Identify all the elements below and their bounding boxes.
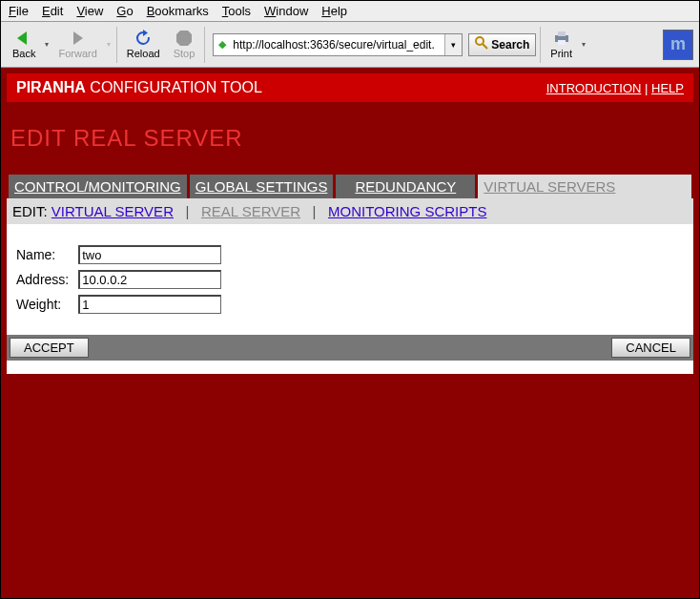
print-dropdown-icon[interactable]: ▾	[580, 40, 587, 49]
toolbar-separator-3	[540, 27, 541, 63]
print-button[interactable]: Print	[545, 26, 578, 64]
banner-links: INTRODUCTION | HELP	[546, 81, 684, 95]
reload-label: Reload	[127, 48, 160, 59]
name-label: Name:	[12, 243, 72, 266]
svg-line-4	[483, 44, 487, 49]
menu-go[interactable]: Go	[116, 4, 133, 18]
svg-marker-2	[176, 31, 192, 46]
weight-field[interactable]	[78, 295, 221, 314]
stop-icon	[175, 30, 193, 47]
svg-point-3	[476, 37, 484, 45]
toolbar: Back ▾ Forward ▾ Reload Stop ◆ ▾ Search …	[1, 22, 699, 68]
search-button[interactable]: Search	[468, 33, 536, 56]
accept-button[interactable]: ACCEPT	[10, 338, 89, 358]
tab-bar: CONTROL/MONITORING GLOBAL SETTINGS REDUN…	[7, 175, 693, 198]
address-field[interactable]	[78, 270, 221, 289]
url-bar: ◆ ▾	[213, 33, 463, 56]
menu-file[interactable]: File	[9, 4, 29, 18]
weight-label: Weight:	[12, 293, 72, 316]
reload-button[interactable]: Reload	[121, 26, 166, 64]
svg-rect-6	[558, 31, 566, 36]
app-title: PIRANHA CONFIGURATION TOOL	[16, 79, 262, 96]
print-label: Print	[550, 48, 572, 59]
svg-rect-7	[558, 40, 566, 45]
print-icon	[553, 30, 570, 47]
tab-virtual-servers[interactable]: VIRTUAL SERVERS	[478, 175, 691, 198]
address-label: Address:	[12, 268, 72, 291]
menu-bar: File Edit View Go Bookmarks Tools Window…	[1, 1, 699, 22]
menu-view[interactable]: View	[76, 4, 103, 18]
help-link[interactable]: HELP	[651, 81, 684, 95]
subtab-bar: EDIT: VIRTUAL SERVER | REAL SERVER | MON…	[7, 198, 693, 224]
footer-bar	[7, 361, 693, 374]
forward-label: Forward	[58, 48, 96, 59]
back-label: Back	[12, 48, 35, 59]
url-input[interactable]	[231, 36, 444, 53]
menu-tools[interactable]: Tools	[222, 4, 251, 18]
cancel-button[interactable]: CANCEL	[611, 338, 690, 358]
form-table: Name: Address: Weight:	[10, 241, 227, 318]
page-body: PIRANHA CONFIGURATION TOOL INTRODUCTION …	[1, 68, 699, 599]
back-button[interactable]: Back	[7, 26, 41, 64]
forward-button: Forward	[52, 26, 102, 64]
throbber-icon: m	[663, 30, 693, 60]
stop-label: Stop	[174, 48, 196, 59]
page-icon: ◆	[214, 38, 231, 51]
banner: PIRANHA CONFIGURATION TOOL INTRODUCTION …	[7, 73, 693, 102]
menu-edit[interactable]: Edit	[42, 4, 63, 18]
svg-marker-0	[17, 31, 27, 45]
menu-bookmarks[interactable]: Bookmarks	[147, 4, 209, 18]
introduction-link[interactable]: INTRODUCTION	[546, 81, 642, 95]
action-bar: ACCEPT CANCEL	[7, 335, 693, 361]
search-label: Search	[491, 38, 529, 52]
subtab-real-server: REAL SERVER	[201, 203, 300, 219]
back-icon	[15, 30, 32, 47]
toolbar-separator-2	[204, 27, 205, 63]
forward-icon	[70, 30, 87, 47]
form-area: Name: Address: Weight:	[7, 224, 693, 335]
menu-window[interactable]: Window	[264, 4, 308, 18]
svg-marker-1	[73, 31, 83, 45]
toolbar-separator	[116, 27, 117, 63]
reload-icon	[134, 30, 152, 47]
tab-global-settings[interactable]: GLOBAL SETTINGS	[190, 175, 334, 198]
tab-redundancy[interactable]: REDUNDANCY	[336, 175, 475, 198]
menu-help[interactable]: Help	[321, 4, 347, 18]
name-field[interactable]	[78, 245, 221, 264]
url-dropdown-icon[interactable]: ▾	[444, 34, 462, 55]
back-dropdown-icon[interactable]: ▾	[43, 40, 51, 49]
forward-dropdown-icon: ▾	[105, 40, 113, 49]
page-title: EDIT REAL SERVER	[7, 102, 693, 175]
search-icon	[475, 36, 488, 52]
subtab-monitoring-scripts[interactable]: MONITORING SCRIPTS	[328, 203, 486, 219]
stop-button: Stop	[168, 26, 201, 64]
subtab-virtual-server[interactable]: VIRTUAL SERVER	[51, 203, 174, 219]
tab-control-monitoring[interactable]: CONTROL/MONITORING	[9, 175, 187, 198]
subtab-edit-label: EDIT:	[12, 203, 48, 219]
